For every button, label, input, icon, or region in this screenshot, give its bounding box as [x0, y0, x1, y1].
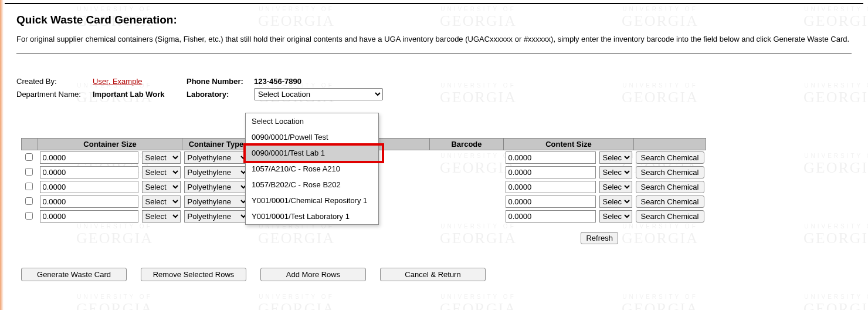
- dept-label: Department Name:: [16, 90, 93, 99]
- row-checkbox[interactable]: [25, 212, 33, 220]
- container-size-input[interactable]: [40, 151, 138, 164]
- dept-value: Important Lab Work: [93, 90, 187, 99]
- lab-label: Laboratory:: [187, 90, 254, 99]
- laboratory-option[interactable]: 0090/0001/Test Lab 1: [246, 145, 378, 161]
- row-checkbox[interactable]: [25, 197, 33, 205]
- container-size-input[interactable]: [40, 181, 138, 193]
- search-chemical-button[interactable]: Search Chemical: [636, 210, 704, 223]
- content-size-input[interactable]: [506, 196, 596, 208]
- container-size-unit-select[interactable]: Select: [142, 181, 181, 193]
- content-size-input[interactable]: [506, 166, 596, 178]
- search-chemical-button[interactable]: Search Chemical: [636, 181, 704, 193]
- container-type-select[interactable]: Polyethylene: [184, 151, 249, 164]
- content-size-unit-select[interactable]: Select: [599, 151, 632, 164]
- laboratory-option[interactable]: Y001/0001/Test Laboratory 1: [246, 208, 378, 224]
- container-size-unit-select[interactable]: Select: [142, 196, 181, 208]
- row-checkbox[interactable]: [25, 183, 33, 190]
- col-content-size: Content Size: [504, 139, 634, 150]
- cancel-return-button[interactable]: Cancel & Return: [380, 268, 486, 281]
- laboratory-option[interactable]: Select Location: [246, 113, 378, 129]
- container-size-input[interactable]: [40, 196, 138, 208]
- container-type-select[interactable]: Polyethylene: [184, 196, 249, 208]
- laboratory-option[interactable]: 1057/B202/C - Rose B202: [246, 177, 378, 193]
- search-chemical-button[interactable]: Search Chemical: [636, 151, 704, 164]
- row-checkbox[interactable]: [25, 153, 33, 161]
- add-rows-button[interactable]: Add More Rows: [260, 268, 366, 281]
- phone-value: 123-456-7890: [254, 77, 301, 86]
- col-barcode: Barcode: [430, 139, 504, 150]
- container-size-unit-select[interactable]: Select: [142, 166, 181, 178]
- content-size-unit-select[interactable]: Select: [599, 210, 632, 223]
- laboratory-select[interactable]: Select Location: [254, 88, 383, 100]
- laboratory-option[interactable]: Y001/0001/Chemical Repository 1: [246, 193, 378, 208]
- laboratory-option[interactable]: 1057/A210/C - Rose A210: [246, 161, 378, 177]
- remove-rows-button[interactable]: Remove Selected Rows: [141, 268, 246, 281]
- laboratory-option[interactable]: 0090/0001/Powell Test: [246, 129, 378, 145]
- col-checkbox: [22, 139, 38, 150]
- content-size-input[interactable]: [506, 181, 596, 193]
- content-size-unit-select[interactable]: Select: [599, 181, 632, 193]
- refresh-button[interactable]: Refresh: [581, 232, 618, 244]
- container-type-select[interactable]: Polyethylene: [184, 166, 249, 178]
- divider: [16, 53, 852, 53]
- created-by-link[interactable]: User, Example: [93, 77, 143, 86]
- container-size-input[interactable]: [40, 166, 138, 178]
- container-size-unit-select[interactable]: Select: [142, 210, 181, 223]
- container-type-select[interactable]: Polyethylene: [184, 210, 249, 223]
- content-size-input[interactable]: [506, 151, 596, 164]
- intro-text: For original supplier chemical container…: [16, 35, 852, 43]
- col-container-size: Container Size: [38, 139, 182, 150]
- container-size-input[interactable]: [40, 210, 138, 223]
- page-title: Quick Waste Card Generation:: [16, 14, 852, 26]
- content-size-unit-select[interactable]: Select: [599, 196, 632, 208]
- phone-label: Phone Number:: [187, 77, 254, 86]
- laboratory-dropdown-popup[interactable]: Select Location0090/0001/Powell Test0090…: [245, 113, 379, 225]
- content-size-input[interactable]: [506, 210, 596, 223]
- container-type-select[interactable]: Polyethylene: [184, 181, 249, 193]
- search-chemical-button[interactable]: Search Chemical: [636, 196, 704, 208]
- content-size-unit-select[interactable]: Select: [599, 166, 632, 178]
- container-size-unit-select[interactable]: Select: [142, 151, 181, 164]
- col-container-type: Container Type: [182, 139, 250, 150]
- created-by-label: Created By:: [16, 77, 93, 86]
- col-search: [634, 139, 706, 150]
- search-chemical-button[interactable]: Search Chemical: [636, 166, 704, 178]
- row-checkbox[interactable]: [25, 168, 33, 176]
- generate-waste-card-button[interactable]: Generate Waste Card: [21, 268, 127, 281]
